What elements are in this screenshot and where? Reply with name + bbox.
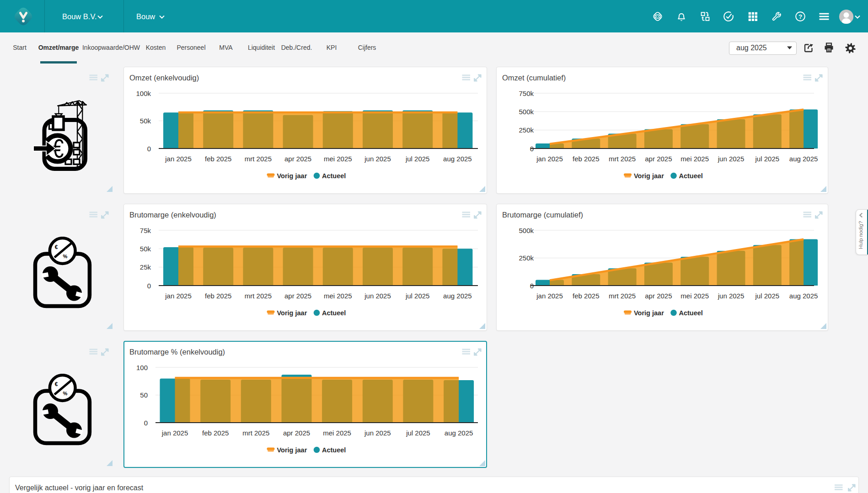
svg-text:75k: 75k xyxy=(140,227,151,234)
svg-text:jul 2025: jul 2025 xyxy=(405,292,430,300)
svg-text:feb 2025: feb 2025 xyxy=(205,155,231,163)
svg-text:100k: 100k xyxy=(136,90,151,97)
svg-text:feb 2025: feb 2025 xyxy=(205,292,231,300)
svg-text:50k: 50k xyxy=(140,245,151,253)
svg-text:Vorig jaar: Vorig jaar xyxy=(277,172,307,180)
svg-text:aug 2025: aug 2025 xyxy=(445,429,473,437)
svg-text:Brutomarge (enkelvoudig): Brutomarge (enkelvoudig) xyxy=(129,211,216,219)
svg-text:Actueel: Actueel xyxy=(322,172,346,180)
svg-text:feb 2025: feb 2025 xyxy=(573,155,599,163)
svg-text:jun 2025: jun 2025 xyxy=(364,292,391,300)
svg-text:Vorig jaar: Vorig jaar xyxy=(634,172,664,180)
svg-text:jul 2025: jul 2025 xyxy=(405,155,430,163)
svg-text:Actueel: Actueel xyxy=(679,309,703,317)
svg-text:mrt 2025: mrt 2025 xyxy=(245,155,272,163)
svg-text:mrt 2025: mrt 2025 xyxy=(242,429,269,437)
svg-text:0: 0 xyxy=(147,145,151,153)
svg-text:jun 2025: jun 2025 xyxy=(718,155,745,163)
svg-text:Actueel: Actueel xyxy=(322,309,346,317)
svg-text:250k: 250k xyxy=(519,254,534,262)
svg-text:50: 50 xyxy=(140,391,148,399)
svg-text:%: % xyxy=(63,391,68,396)
svg-text:Brutomarge % (enkelvoudig): Brutomarge % (enkelvoudig) xyxy=(129,348,225,356)
svg-text:jul 2025: jul 2025 xyxy=(406,429,430,437)
svg-text:mrt 2025: mrt 2025 xyxy=(609,292,636,300)
svg-text:€: € xyxy=(55,244,58,250)
svg-text:100: 100 xyxy=(136,364,148,371)
svg-text:apr 2025: apr 2025 xyxy=(284,292,311,300)
svg-text:aug 2025: aug 2025 xyxy=(789,292,818,300)
svg-text:jun 2025: jun 2025 xyxy=(364,429,391,437)
svg-text:0: 0 xyxy=(147,282,151,290)
svg-text:jan 2025: jan 2025 xyxy=(161,429,188,437)
svg-text:Actueel: Actueel xyxy=(679,172,703,180)
svg-text:feb 2025: feb 2025 xyxy=(573,292,599,300)
svg-text:mei 2025: mei 2025 xyxy=(324,292,352,300)
svg-text:jan 2025: jan 2025 xyxy=(536,292,563,300)
svg-text:mei 2025: mei 2025 xyxy=(680,292,709,300)
svg-text:aug 2025: aug 2025 xyxy=(443,292,472,300)
svg-text:mei 2025: mei 2025 xyxy=(680,155,709,163)
svg-text:500k: 500k xyxy=(519,227,534,234)
svg-text:500k: 500k xyxy=(519,108,534,116)
svg-text:?: ? xyxy=(798,13,802,20)
svg-text:mei 2025: mei 2025 xyxy=(324,155,352,163)
svg-text:jun 2025: jun 2025 xyxy=(718,292,745,300)
svg-text:750k: 750k xyxy=(519,90,534,97)
svg-text:mei 2025: mei 2025 xyxy=(323,429,351,437)
svg-text:Vorig jaar: Vorig jaar xyxy=(634,309,664,317)
svg-text:apr 2025: apr 2025 xyxy=(283,429,310,437)
svg-text:aug 2025: aug 2025 xyxy=(789,155,818,163)
svg-text:€: € xyxy=(55,381,58,387)
svg-text:Brutomarge (cumulatief): Brutomarge (cumulatief) xyxy=(502,211,583,219)
svg-text:apr 2025: apr 2025 xyxy=(645,155,672,163)
svg-text:jul 2025: jul 2025 xyxy=(755,155,780,163)
svg-text:mrt 2025: mrt 2025 xyxy=(245,292,272,300)
svg-text:apr 2025: apr 2025 xyxy=(284,155,311,163)
svg-text:jan 2025: jan 2025 xyxy=(165,292,192,300)
svg-text:Omzet (cumulatief): Omzet (cumulatief) xyxy=(502,74,566,82)
svg-text:Vorig jaar: Vorig jaar xyxy=(277,446,307,454)
svg-text:250k: 250k xyxy=(519,126,534,134)
svg-text:Actueel: Actueel xyxy=(322,446,346,454)
svg-text:jun 2025: jun 2025 xyxy=(364,155,391,163)
svg-text:mrt 2025: mrt 2025 xyxy=(609,155,636,163)
svg-text:feb 2025: feb 2025 xyxy=(202,429,229,437)
svg-text:25k: 25k xyxy=(140,263,151,271)
svg-text:0: 0 xyxy=(144,419,148,427)
svg-text:jan 2025: jan 2025 xyxy=(536,155,563,163)
svg-text:jan 2025: jan 2025 xyxy=(165,155,192,163)
svg-text:jul 2025: jul 2025 xyxy=(755,292,780,300)
svg-text:apr 2025: apr 2025 xyxy=(645,292,672,300)
svg-text:Vorig jaar: Vorig jaar xyxy=(277,309,307,317)
svg-text:aug 2025: aug 2025 xyxy=(443,155,472,163)
svg-text:50k: 50k xyxy=(140,117,151,125)
svg-text:Omzet (enkelvoudig): Omzet (enkelvoudig) xyxy=(129,74,199,82)
svg-text:%: % xyxy=(63,254,68,259)
